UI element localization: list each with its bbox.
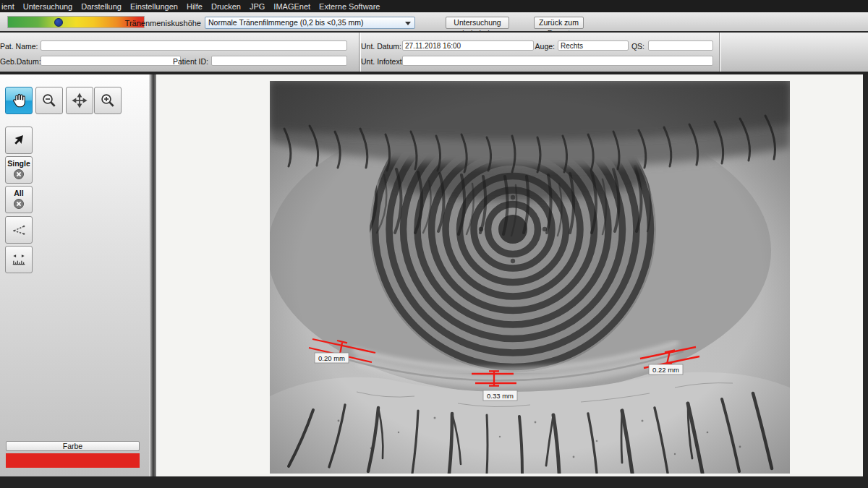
delete-single-button[interactable]: Single	[5, 156, 33, 184]
eye-photo: 0.20 mm 0.33 mm 0.22 mm	[270, 81, 790, 474]
menu-item-untersuchung[interactable]: Untersuchung	[23, 2, 73, 11]
menu-item-drucken[interactable]: Drucken	[211, 2, 241, 11]
eye-image-canvas[interactable]: 0.20 mm 0.33 mm 0.22 mm	[270, 81, 790, 474]
exam-infotext-field[interactable]	[402, 56, 713, 66]
birthdate-label: Geb.Datum:	[0, 57, 38, 66]
menubar: ient Untersuchung Darstellung Einstellun…	[0, 0, 868, 12]
chevron-down-icon	[405, 22, 411, 25]
menu-item-jpg[interactable]: JPG	[250, 2, 265, 11]
scale-label: Tränenmeniskushöhe	[123, 19, 201, 27]
patient-panel: Pat. Name: Geb.Datum: Patient ID: Unt. D…	[0, 33, 868, 72]
angle-tool-button[interactable]	[5, 216, 33, 244]
delete-single-label: Single	[6, 159, 32, 168]
image-viewer: 0.20 mm 0.33 mm 0.22 mm	[156, 74, 863, 476]
back-to-report-button[interactable]: Zurück zum Report	[534, 17, 584, 29]
magnifier-plus-icon	[100, 93, 116, 108]
color-swatch	[6, 453, 140, 468]
move-tool-button[interactable]	[66, 87, 93, 114]
hand-icon	[11, 93, 27, 108]
eye-field[interactable]	[558, 40, 629, 51]
ruler-tool-button[interactable]	[5, 246, 33, 273]
angle-icon	[11, 222, 27, 238]
qs-label: QS:	[629, 42, 644, 51]
menu-item-einstellungen[interactable]: Einstellungen	[130, 2, 178, 11]
measurement-label-right: 0.22 mm	[652, 366, 679, 374]
brand-section: OCULUS	[720, 33, 868, 72]
sidebar-divider	[149, 74, 156, 476]
zoom-out-button[interactable]	[35, 87, 63, 114]
toolbar: Tränenmeniskushöhe Normale Tränenfilmmen…	[0, 12, 868, 31]
menu-item-hilfe[interactable]: Hilfe	[187, 2, 203, 11]
menu-item-externe-software[interactable]: Externe Software	[319, 2, 380, 11]
circle-x-icon	[13, 198, 25, 210]
qs-field[interactable]	[648, 40, 713, 51]
tmh-classification-dropdown[interactable]: Normale Tränenfilmmenge (0,2 bis <0,35 m…	[205, 17, 415, 29]
delete-all-label: All	[6, 189, 32, 197]
pointer-arrow-icon	[11, 132, 27, 148]
delete-all-button[interactable]: All	[5, 186, 33, 213]
menu-item-patient[interactable]: ient	[1, 2, 14, 11]
scale-marker-dot	[54, 18, 63, 27]
exam-infotext-label: Unt. Infotext:	[361, 57, 399, 66]
repeat-exam-button[interactable]: Untersuchung wiederholen	[446, 17, 509, 29]
right-edge-strip	[863, 74, 868, 476]
magnifier-minus-icon	[41, 93, 57, 108]
dropdown-value: Normale Tränenfilmmenge (0,2 bis <0,35 m…	[208, 18, 363, 27]
measurement-label-left: 0.20 mm	[318, 354, 345, 362]
patient-id-label: Patient ID:	[171, 57, 208, 66]
farbe-button[interactable]: Farbe	[6, 441, 140, 451]
exam-date-label: Unt. Datum:	[361, 42, 399, 51]
patient-section-exam: Unt. Datum: Auge: QS: Unt. Infotext:	[360, 33, 720, 72]
eye-label: Auge:	[533, 42, 555, 51]
content-area: Single All	[0, 74, 868, 476]
patient-name-field[interactable]	[41, 40, 347, 51]
cross-arrows-icon	[72, 93, 88, 108]
menu-item-darstellung[interactable]: Darstellung	[81, 2, 122, 11]
application-window: ient Untersuchung Darstellung Einstellun…	[0, 0, 868, 488]
bottom-bar	[0, 476, 868, 488]
exam-date-field[interactable]	[402, 40, 534, 51]
menu-item-imagenet[interactable]: IMAGEnet	[273, 2, 310, 11]
select-tool-button[interactable]	[5, 127, 33, 154]
circle-x-icon	[13, 168, 25, 180]
patient-section-left: Pat. Name: Geb.Datum: Patient ID:	[0, 33, 359, 72]
ruler-icon	[11, 252, 27, 267]
zoom-in-button[interactable]	[94, 87, 122, 114]
tool-sidebar: Single All	[0, 74, 149, 476]
patient-id-field[interactable]	[211, 56, 347, 66]
measurement-label-center: 0.33 mm	[487, 392, 514, 400]
birthdate-field[interactable]	[41, 56, 181, 66]
patient-name-label: Pat. Name:	[0, 42, 38, 51]
pan-tool-button[interactable]	[5, 87, 33, 114]
